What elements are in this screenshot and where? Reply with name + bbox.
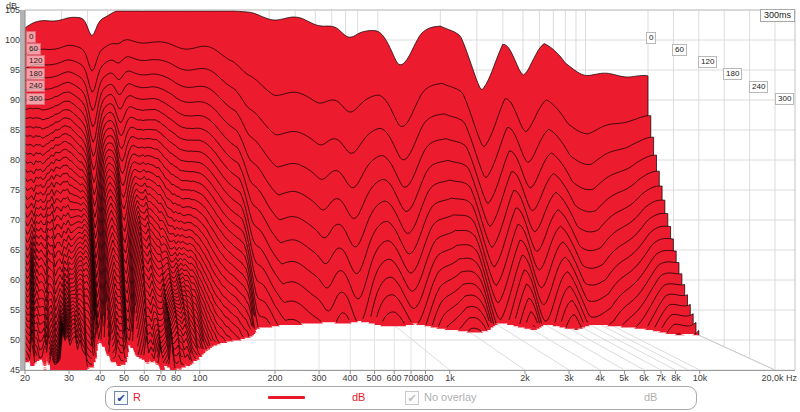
legend-bar: R dB No overlay dB bbox=[105, 386, 697, 410]
time-axis-title: 300ms bbox=[760, 9, 795, 22]
y-axis-tick-label: 80 bbox=[0, 155, 20, 165]
time-gridline-label-left: 300 bbox=[26, 93, 45, 105]
x-axis-tick-label: 300 bbox=[302, 373, 336, 383]
x-axis-tick-label: 30 bbox=[52, 373, 86, 383]
x-axis-unit-label: 20,0k Hz bbox=[741, 373, 797, 383]
waterfall-chart[interactable] bbox=[0, 0, 800, 412]
y-axis-tick-label: 95 bbox=[0, 65, 20, 75]
time-gridline-label-right: 60 bbox=[672, 44, 687, 56]
x-axis-tick-label: 100 bbox=[183, 373, 217, 383]
overlay-unit-label: dB bbox=[644, 391, 657, 404]
time-gridline-label-left: 60 bbox=[26, 43, 41, 55]
x-axis-tick-label: 2k bbox=[508, 373, 542, 383]
overlay-checkbox-disabled-icon[interactable] bbox=[405, 391, 419, 405]
y-axis-tick-label: 100 bbox=[0, 35, 20, 45]
x-axis-tick-label: 1k bbox=[433, 373, 467, 383]
time-gridline-label-right: 240 bbox=[749, 81, 768, 93]
time-gridline-label-right: 180 bbox=[723, 68, 742, 80]
x-axis-tick-label: 20 bbox=[8, 373, 42, 383]
series-checkbox-checked-icon[interactable] bbox=[114, 391, 128, 405]
y-axis-tick-label: 60 bbox=[0, 275, 20, 285]
series-unit-label: dB bbox=[352, 391, 365, 404]
y-axis-tick-label: 90 bbox=[0, 95, 20, 105]
time-gridline-label-right: 0 bbox=[646, 32, 656, 44]
y-axis-tick-label: 75 bbox=[0, 185, 20, 195]
x-axis-tick-label: 10k bbox=[683, 373, 717, 383]
x-axis-tick-label: 200 bbox=[258, 373, 292, 383]
y-axis-title: dB bbox=[6, 1, 17, 11]
series-label[interactable]: R bbox=[133, 391, 141, 404]
time-gridline-label-left: 120 bbox=[26, 55, 45, 67]
time-gridline-label-left: 0 bbox=[26, 31, 36, 43]
time-gridline-label-right: 300 bbox=[775, 93, 794, 105]
series-line-sample bbox=[268, 396, 305, 399]
waterfall-app-window: { "plot": { "y_axis": { "title": "dB", "… bbox=[0, 0, 800, 412]
time-gridline-label-left: 240 bbox=[26, 80, 45, 92]
time-gridline-label-right: 120 bbox=[698, 56, 717, 68]
y-axis-tick-label: 50 bbox=[0, 335, 20, 345]
y-axis-tick-label: 85 bbox=[0, 125, 20, 135]
overlay-label[interactable]: No overlay bbox=[424, 391, 477, 404]
x-axis-tick-label: 3k bbox=[552, 373, 586, 383]
y-axis-tick-label: 65 bbox=[0, 245, 20, 255]
y-axis-tick-label: 70 bbox=[0, 215, 20, 225]
time-gridline-label-left: 180 bbox=[26, 68, 45, 80]
y-axis-tick-label: 55 bbox=[0, 305, 20, 315]
